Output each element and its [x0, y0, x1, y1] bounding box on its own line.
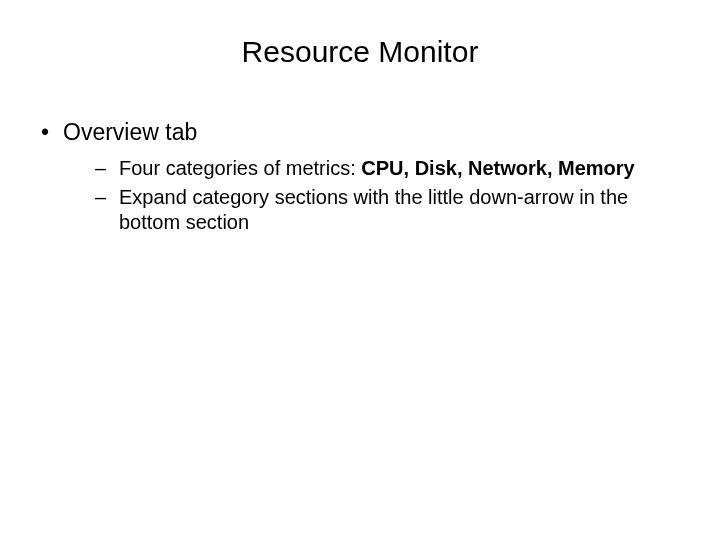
bullet-list-level2: Four categories of metrics: CPU, Disk, N…: [63, 156, 685, 235]
slide: Resource Monitor Overview tab Four categ…: [0, 0, 720, 540]
bullet-item-overview: Overview tab Four categories of metrics:…: [35, 119, 685, 235]
sub-item-categories: Four categories of metrics: CPU, Disk, N…: [63, 156, 685, 181]
sub-item-categories-prefix: Four categories of metrics:: [119, 157, 361, 179]
slide-title: Resource Monitor: [35, 35, 685, 69]
sub-item-expand: Expand category sections with the little…: [63, 185, 685, 235]
sub-item-categories-bold: CPU, Disk, Network, Memory: [361, 157, 634, 179]
sub-item-expand-text: Expand category sections with the little…: [119, 186, 628, 233]
bullet-item-overview-text: Overview tab: [63, 119, 197, 145]
bullet-list-level1: Overview tab Four categories of metrics:…: [35, 119, 685, 235]
